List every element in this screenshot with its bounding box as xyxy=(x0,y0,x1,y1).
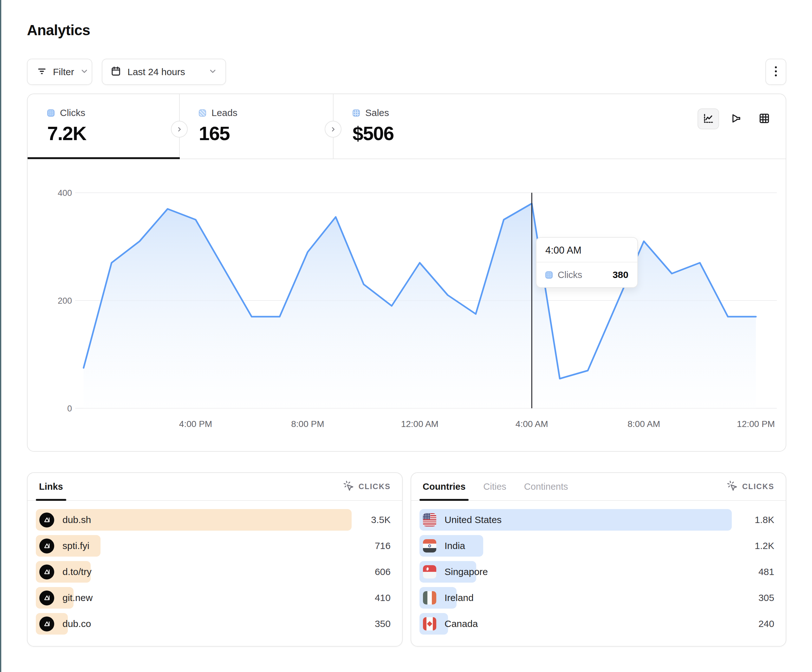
row-value: 606 xyxy=(375,566,391,577)
table-row[interactable]: Singapore481 xyxy=(420,561,774,583)
svg-text:8:00 PM: 8:00 PM xyxy=(291,419,324,429)
cursor-click-icon xyxy=(343,480,355,493)
tooltip-series-label: Clicks xyxy=(558,270,582,280)
svg-text:12:00 PM: 12:00 PM xyxy=(737,419,775,429)
chart-view-switcher xyxy=(698,108,775,129)
row-label: spti.fyi xyxy=(63,541,89,551)
expand-clicks-button[interactable] xyxy=(171,121,188,138)
svg-text:400: 400 xyxy=(58,188,72,198)
row-label: India xyxy=(445,541,465,551)
table-grid-icon xyxy=(758,113,770,126)
svg-text:200: 200 xyxy=(58,296,72,305)
countries-metric-selector[interactable]: CLICKS xyxy=(727,480,774,493)
table-row[interactable]: India1.2K xyxy=(420,535,774,557)
table-row[interactable]: Ireland305 xyxy=(420,587,774,609)
links-metric-selector[interactable]: CLICKS xyxy=(343,480,391,493)
row-value: 410 xyxy=(375,592,391,603)
stat-label: Clicks xyxy=(60,107,85,118)
funnel-chart-icon xyxy=(730,113,742,126)
table-row[interactable]: spti.fyi716 xyxy=(36,535,391,557)
stat-value: 165 xyxy=(199,122,333,145)
date-range-button[interactable]: Last 24 hours xyxy=(102,59,226,85)
ca-flag-icon xyxy=(423,617,436,631)
links-panel: Links CLICKS dub.sh3.5Kspti.fyi716d.to/t… xyxy=(27,472,403,646)
in-flag-icon xyxy=(423,539,436,553)
table-row[interactable]: dub.sh3.5K xyxy=(36,509,391,530)
row-value: 3.5K xyxy=(371,515,391,525)
row-value: 305 xyxy=(758,592,774,603)
row-value: 350 xyxy=(375,618,391,629)
svg-text:0: 0 xyxy=(67,404,72,413)
leads-legend-swatch xyxy=(199,109,206,117)
filter-button-label: Filter xyxy=(53,67,74,77)
calendar-icon xyxy=(111,66,121,78)
stat-tab-clicks[interactable]: Clicks 7.2K xyxy=(27,94,179,159)
filter-button[interactable]: Filter xyxy=(27,59,92,85)
chevron-down-icon xyxy=(80,67,89,77)
countries-panel-header: Countries Cities Continents CLICKS xyxy=(411,473,786,501)
table-row[interactable]: Canada240 xyxy=(420,613,774,634)
row-value: 1.8K xyxy=(755,515,774,525)
clicks-chart[interactable]: 02004004:00 PM8:00 PM12:00 AM4:00 AM8:00… xyxy=(27,159,786,451)
link-favicon xyxy=(39,565,54,580)
chart-tooltip: 4:00 AM Clicks 380 xyxy=(536,237,638,288)
chevron-down-icon xyxy=(208,67,217,77)
window-edge-strip xyxy=(0,0,1,672)
table-row[interactable]: dub.co350 xyxy=(36,613,391,634)
tab-continents[interactable]: Continents xyxy=(524,473,568,500)
page-title: Analytics xyxy=(27,22,90,39)
area-chart-canvas[interactable]: 02004004:00 PM8:00 PM12:00 AM4:00 AM8:00… xyxy=(27,159,786,451)
svg-text:4:00 PM: 4:00 PM xyxy=(179,419,212,429)
svg-text:12:00 AM: 12:00 AM xyxy=(401,419,438,429)
tab-links[interactable]: Links xyxy=(39,473,63,500)
link-favicon xyxy=(39,590,54,605)
table-view-button[interactable] xyxy=(753,108,775,129)
svg-text:4:00 AM: 4:00 AM xyxy=(515,419,548,429)
links-rows: dub.sh3.5Kspti.fyi716d.to/try606git.new4… xyxy=(27,501,402,634)
row-label: d.to/try xyxy=(63,566,92,577)
line-chart-icon xyxy=(703,113,714,126)
stat-value: 7.2K xyxy=(47,122,179,145)
sales-legend-swatch xyxy=(353,109,360,117)
date-range-label: Last 24 hours xyxy=(128,67,185,77)
links-panel-header: Links CLICKS xyxy=(27,473,402,501)
line-chart-view-button[interactable] xyxy=(698,108,719,129)
us-flag-icon xyxy=(423,513,436,527)
tab-countries[interactable]: Countries xyxy=(423,473,466,500)
metric-label: CLICKS xyxy=(358,482,391,491)
link-favicon xyxy=(39,617,54,631)
table-row[interactable]: git.new410 xyxy=(36,587,391,609)
row-value: 1.2K xyxy=(755,541,774,551)
row-label: dub.co xyxy=(63,618,91,629)
countries-panel: Countries Cities Continents CLICKS Unite… xyxy=(411,472,786,646)
toolbar: Filter Last 24 hours xyxy=(27,59,786,85)
filter-icon xyxy=(36,66,47,78)
row-value: 481 xyxy=(758,566,774,577)
metric-label: CLICKS xyxy=(742,482,774,491)
tooltip-time: 4:00 AM xyxy=(536,238,637,263)
analytics-card: Clicks 7.2K Leads 165 Sales $506 xyxy=(27,94,786,452)
expand-leads-button[interactable] xyxy=(325,121,341,138)
row-label: git.new xyxy=(63,592,92,603)
more-options-button[interactable] xyxy=(765,59,786,85)
sg-flag-icon xyxy=(423,565,436,578)
stat-label: Leads xyxy=(212,107,237,118)
link-favicon xyxy=(39,513,54,527)
stats-header: Clicks 7.2K Leads 165 Sales $506 xyxy=(27,94,786,159)
clicks-legend-swatch xyxy=(545,271,553,279)
funnel-view-button[interactable] xyxy=(725,108,747,129)
stat-tab-sales[interactable]: Sales $506 xyxy=(333,94,487,159)
tab-cities[interactable]: Cities xyxy=(483,473,507,500)
row-value: 240 xyxy=(758,618,774,629)
table-row[interactable]: d.to/try606 xyxy=(36,561,391,583)
ie-flag-icon xyxy=(423,591,436,604)
stat-value: $506 xyxy=(353,122,487,145)
row-label: Canada xyxy=(445,618,478,629)
row-label: dub.sh xyxy=(63,515,91,525)
tooltip-value: 380 xyxy=(612,269,628,280)
stat-tab-leads[interactable]: Leads 165 xyxy=(179,94,333,159)
svg-text:8:00 AM: 8:00 AM xyxy=(628,419,660,429)
table-row[interactable]: United States1.8K xyxy=(420,509,774,530)
row-label: Ireland xyxy=(445,592,474,603)
cursor-click-icon xyxy=(727,480,738,493)
